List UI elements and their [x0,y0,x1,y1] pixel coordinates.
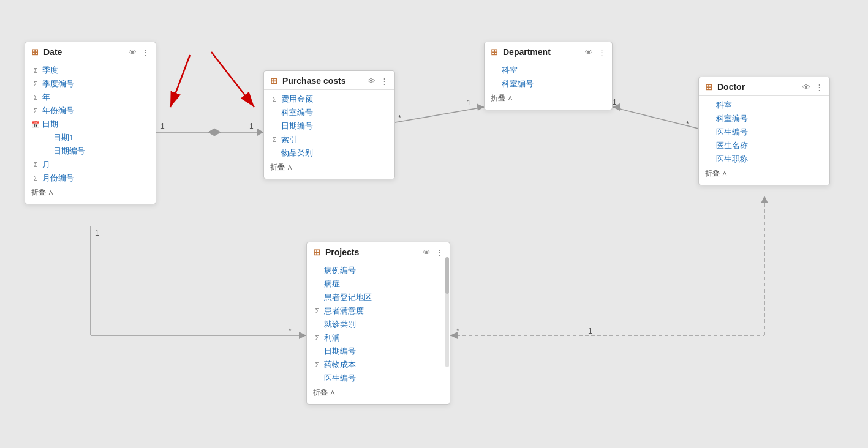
list-item: ·患者登记地区 [307,291,450,304]
purchase-costs-table-icon: ⊞ [270,76,277,86]
svg-marker-22 [450,332,458,339]
list-item: Σ季度 [25,64,156,77]
doctor-title: Doctor [717,82,799,92]
svg-marker-17 [299,332,306,339]
svg-marker-3 [208,129,221,136]
purchase-costs-eye-icon[interactable]: 👁 [368,77,376,86]
svg-marker-12 [613,103,620,111]
department-table-icon: ⊞ [491,47,498,57]
date-table-header: ⊞ Date 👁 ⋮ [25,42,156,61]
svg-line-25 [170,55,190,107]
date-table-icon: ⊞ [31,47,39,57]
svg-text:*: * [456,327,459,335]
projects-title: Projects [325,247,419,257]
list-item: ·科室 [699,99,829,112]
list-item: ·日期编号 [307,345,450,358]
svg-text:1: 1 [613,98,617,106]
doctor-more-icon[interactable]: ⋮ [815,83,823,92]
list-item: Σ药物成本 [307,358,450,371]
svg-marker-4 [257,129,263,136]
svg-text:*: * [398,114,401,122]
doctor-table-icon: ⊞ [705,82,712,92]
doctor-eye-icon[interactable]: 👁 [802,83,810,92]
date-table-title: Date [43,47,125,57]
list-item: Σ季度编号 [25,77,156,91]
projects-collapse[interactable]: 折叠 ∧ [307,385,450,401]
department-collapse[interactable]: 折叠 ∧ [485,91,612,107]
svg-marker-23 [761,196,768,203]
projects-scrollbar[interactable] [445,257,449,367]
purchase-costs-table: ⊞ Purchase costs 👁 ⋮ Σ费用金额 ·科室编号 ·日期编号 Σ… [263,70,395,179]
date-table-actions[interactable]: 👁 ⋮ [129,48,149,57]
list-item: ·科室编号 [485,77,612,91]
svg-line-5 [395,107,484,122]
department-body: ·科室 ·科室编号 折叠 ∧ [485,61,612,110]
doctor-collapse[interactable]: 折叠 ∧ [699,166,829,182]
svg-text:1: 1 [588,327,592,335]
projects-body: ·病例编号 ·病症 ·患者登记地区 Σ患者满意度 ·就诊类别 Σ利润 ·日期编号… [307,261,450,404]
svg-text:*: * [289,327,292,335]
purchase-costs-header: ⊞ Purchase costs 👁 ⋮ [264,71,394,90]
projects-table-icon: ⊞ [313,247,320,257]
date-table-body: Σ季度 Σ季度编号 Σ年 Σ年份编号 📅日期 ·日期1 ·日期编号 Σ月 Σ月份… [25,61,156,204]
list-item: ·病症 [307,277,450,291]
list-item: ·科室编号 [264,106,394,119]
list-item: ·日期编号 [25,144,156,158]
list-item: ·科室 [485,64,612,77]
purchase-costs-body: Σ费用金额 ·科室编号 ·日期编号 Σ索引 ·物品类别 折叠 ∧ [264,90,394,179]
svg-text:*: * [686,120,689,129]
svg-line-9 [613,107,698,129]
list-item: Σ利润 [307,331,450,345]
list-item: ·医生职称 [699,152,829,166]
svg-text:1: 1 [160,122,165,130]
date-more-icon[interactable]: ⋮ [142,48,149,57]
date-eye-icon[interactable]: 👁 [129,48,137,57]
svg-text:1: 1 [95,229,99,237]
list-item: ·医生编号 [307,371,450,385]
purchase-costs-collapse[interactable]: 折叠 ∧ [264,160,394,176]
list-item: ·日期1 [25,131,156,144]
doctor-body: ·科室 ·科室编号 ·医生编号 ·医生名称 ·医生职称 折叠 ∧ [699,96,829,185]
list-item: Σ年份编号 [25,104,156,118]
projects-header: ⊞ Projects 👁 ⋮ [307,242,450,261]
svg-line-26 [211,52,254,107]
list-item: Σ费用金额 [264,92,394,106]
projects-scrollbar-thumb [445,257,449,294]
list-item: ·科室编号 [699,112,829,125]
department-more-icon[interactable]: ⋮ [598,48,606,57]
svg-text:1: 1 [467,99,471,107]
list-item: Σ月份编号 [25,171,156,185]
list-item: Σ患者满意度 [307,304,450,318]
list-item: Σ月 [25,158,156,171]
department-table: ⊞ Department 👁 ⋮ ·科室 ·科室编号 折叠 ∧ [484,42,613,110]
svg-marker-8 [477,103,484,111]
list-item: ·日期编号 [264,119,394,133]
list-item: Σ索引 [264,133,394,146]
purchase-costs-title: Purchase costs [282,76,364,86]
doctor-header: ⊞ Doctor 👁 ⋮ [699,77,829,96]
svg-text:1: 1 [249,122,254,130]
purchase-costs-more-icon[interactable]: ⋮ [380,77,388,86]
projects-actions[interactable]: 👁 ⋮ [423,248,443,257]
doctor-table: ⊞ Doctor 👁 ⋮ ·科室 ·科室编号 ·医生编号 ·医生名称 ·医生职称… [698,77,830,185]
list-item: Σ年 [25,91,156,104]
list-item: ·就诊类别 [307,318,450,331]
projects-more-icon[interactable]: ⋮ [436,248,443,257]
list-item: ·物品类别 [264,146,394,160]
list-item: ·医生名称 [699,139,829,152]
date-collapse[interactable]: 折叠 ∧ [25,185,156,201]
doctor-actions[interactable]: 👁 ⋮ [802,83,823,92]
department-eye-icon[interactable]: 👁 [585,48,593,57]
date-table: ⊞ Date 👁 ⋮ Σ季度 Σ季度编号 Σ年 Σ年份编号 📅日期 ·日期1 ·… [25,42,156,204]
projects-eye-icon[interactable]: 👁 [423,248,431,257]
list-item: ·病例编号 [307,264,450,277]
department-title: Department [503,47,581,57]
list-item: 📅日期 [25,118,156,131]
department-header: ⊞ Department 👁 ⋮ [485,42,612,61]
list-item: ·医生编号 [699,125,829,139]
department-actions[interactable]: 👁 ⋮ [585,48,606,57]
purchase-costs-actions[interactable]: 👁 ⋮ [368,77,388,86]
projects-table: ⊞ Projects 👁 ⋮ ·病例编号 ·病症 ·患者登记地区 Σ患者满意度 … [306,242,450,405]
